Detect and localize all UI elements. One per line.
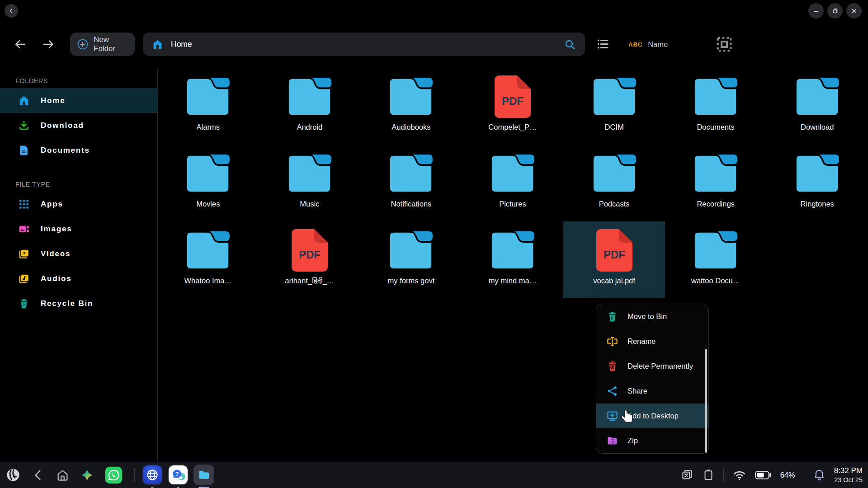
pdf-file-icon: PDF [494, 75, 532, 118]
file-item-notifications[interactable]: Notifications [360, 145, 462, 221]
menu-item-add-to-desktop[interactable]: Add to Desktop [596, 404, 708, 428]
file-item-movies[interactable]: Movies [157, 145, 259, 221]
file-item-ringtones[interactable]: Ringtones [766, 145, 868, 221]
sidebar-item-label: Download [41, 121, 84, 130]
file-name: Android [297, 123, 322, 131]
taskbar-app-help-chat[interactable]: ? [168, 465, 189, 485]
folder-icon [185, 75, 231, 118]
folder-icon [592, 75, 637, 118]
assistant-sparkle-icon[interactable] [80, 468, 94, 482]
context-menu-scrollbar[interactable] [705, 349, 707, 453]
file-item-my-mind-ma[interactable]: my mind ma… [462, 221, 564, 298]
taskbar-running-apps: ? [142, 465, 214, 485]
arrow-right-icon [42, 38, 55, 51]
folder-icon [388, 152, 434, 195]
file-name: Notifications [391, 200, 431, 208]
file-item-wattoo-docu[interactable]: wattoo Docu… [665, 221, 767, 298]
restore-button[interactable] [827, 3, 843, 19]
clipboard-button[interactable] [702, 469, 715, 481]
breadcrumb: Home [171, 40, 192, 49]
folder-icon [388, 75, 434, 118]
file-item-android[interactable]: Android [259, 68, 361, 145]
close-button[interactable] [846, 3, 862, 19]
file-item-pictures[interactable]: Pictures [462, 145, 564, 221]
file-name: wattoo Docu… [691, 277, 740, 285]
file-item-arihant[interactable]: PDFarihant_हिंदी_… [259, 221, 361, 298]
screen-edge-collapse-button[interactable] [5, 4, 18, 18]
taskbar-app-browser[interactable] [142, 465, 163, 485]
home-icon [18, 95, 30, 107]
launcher-logo-icon[interactable] [5, 467, 21, 483]
folder-icon [693, 152, 738, 195]
file-name: Ringtones [801, 200, 834, 208]
sidebar-item-images[interactable]: Images [0, 216, 157, 241]
file-name: DCIM [604, 123, 623, 131]
file-item-audiobooks[interactable]: Audiobooks [360, 68, 462, 145]
sidebar-item-documents[interactable]: Documents [0, 138, 157, 163]
delete-icon [606, 360, 618, 372]
sidebar-item-download[interactable]: Download [0, 113, 157, 138]
pdf-file-icon: PDF [291, 229, 329, 272]
taskbar-left [0, 466, 135, 484]
menu-item-label: Move to Bin [627, 312, 667, 321]
nav-back-icon[interactable] [31, 468, 45, 482]
file-item-vocab-jai-pdf[interactable]: PDFvocab jai.pdf [563, 221, 665, 298]
whatsapp-icon[interactable] [104, 466, 123, 484]
file-item-music[interactable]: Music [259, 145, 361, 221]
sidebar-item-apps[interactable]: Apps [0, 192, 157, 216]
list-view-icon [596, 37, 610, 51]
share-icon [606, 385, 618, 397]
back-button[interactable] [14, 38, 27, 51]
forward-button[interactable] [42, 38, 55, 51]
list-view-button[interactable] [596, 37, 610, 51]
select-all-icon [716, 36, 733, 53]
circle-plus-icon [77, 38, 89, 50]
menu-item-move-to-bin[interactable]: Move to Bin [596, 304, 708, 329]
sidebar-item-recycle-bin[interactable]: Recycle Bin [0, 291, 157, 316]
file-item-compelet-p[interactable]: PDFCompelet_P… [462, 68, 564, 145]
hand-cursor-icon [618, 408, 636, 425]
breadcrumb-search-bar[interactable]: Home [143, 33, 585, 56]
minimize-button[interactable] [808, 3, 824, 19]
svg-text:?: ? [175, 471, 179, 477]
file-item-podcasts[interactable]: Podcasts [563, 145, 665, 221]
file-item-my-forms-govt[interactable]: my forms govt [360, 221, 462, 298]
taskbar-app-files[interactable] [193, 465, 214, 485]
sidebar-item-label: Videos [41, 249, 71, 258]
new-folder-label: New Folder [94, 35, 128, 53]
section-title: FOLDERS [15, 77, 157, 84]
pdf-file-icon: PDF [595, 229, 633, 272]
menu-item-rename[interactable]: Rename [596, 329, 708, 354]
multi-select-button[interactable] [716, 36, 733, 53]
sidebar-item-home[interactable]: Home [0, 88, 157, 113]
search-icon[interactable] [564, 38, 576, 51]
notification-bell-icon[interactable] [813, 469, 826, 481]
menu-item-label: Zip [627, 436, 638, 445]
new-folder-button[interactable]: New Folder [70, 33, 135, 56]
nav-home-icon[interactable] [56, 468, 70, 482]
sort-control[interactable]: ABC Name [628, 33, 668, 56]
folder-icon [287, 152, 332, 195]
file-item-documents[interactable]: Documents [665, 68, 767, 145]
file-item-download[interactable]: Download [766, 68, 868, 145]
folder-icon [287, 75, 332, 118]
menu-item-delete-permanently[interactable]: Delete Permanently [596, 354, 708, 379]
close-windows-button[interactable] [681, 469, 693, 481]
file-item-whatoo-ima[interactable]: Whatoo Ima… [157, 221, 259, 298]
file-item-recordings[interactable]: Recordings [665, 145, 767, 221]
file-item-alarms[interactable]: Alarms [157, 68, 259, 145]
clock[interactable]: 8:32 PM 23 Oct 25 [834, 466, 863, 483]
sidebar-item-videos[interactable]: Videos [0, 241, 157, 266]
apps-icon [18, 198, 30, 210]
file-item-dcim[interactable]: DCIM [563, 68, 665, 145]
file-name: Whatoo Ima… [184, 277, 232, 285]
wifi-icon[interactable] [732, 468, 746, 482]
svg-text:PDF: PDF [299, 249, 321, 261]
folder-icon [795, 152, 840, 195]
sidebar-item-label: Images [41, 225, 72, 234]
sidebar-item-label: Audios [41, 274, 71, 283]
divider [723, 468, 724, 482]
menu-item-zip[interactable]: Zip [596, 428, 708, 453]
sidebar-item-audios[interactable]: Audios [0, 266, 157, 291]
menu-item-share[interactable]: Share [596, 379, 708, 404]
